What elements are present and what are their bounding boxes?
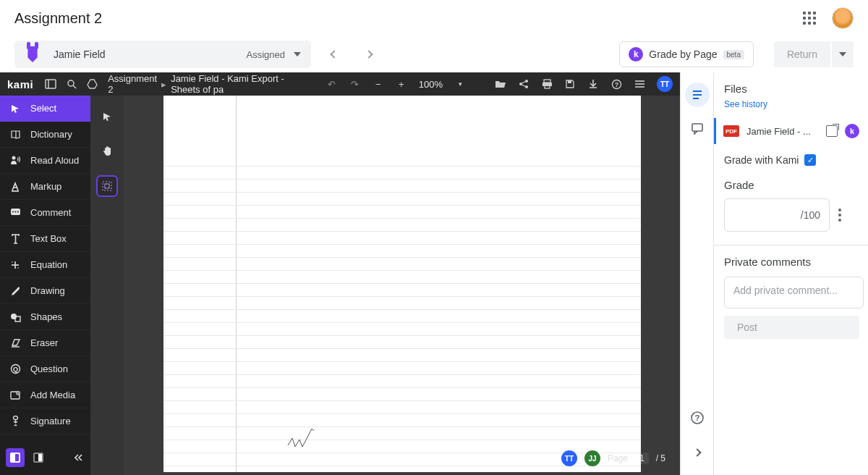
rail-help-button[interactable]: ? <box>685 405 710 430</box>
prev-student-button[interactable] <box>323 43 346 66</box>
user-avatar[interactable] <box>832 7 854 29</box>
svg-point-23 <box>17 211 19 213</box>
svg-point-6 <box>525 85 528 88</box>
tool-select[interactable]: Select <box>0 96 90 122</box>
redo-icon[interactable]: ↷ <box>349 78 361 90</box>
svg-point-37 <box>13 416 17 420</box>
collapse-sidebar-icon[interactable] <box>73 453 83 462</box>
presence-user-2[interactable]: JJ <box>584 450 600 466</box>
drive-icon[interactable] <box>87 78 98 90</box>
layout-right-toggle[interactable] <box>29 448 48 467</box>
grade-heading: Grade <box>724 179 864 191</box>
tool-shapes[interactable]: Shapes <box>0 304 90 330</box>
document-canvas[interactable]: TT JJ Page 1 / 5 <box>124 96 680 475</box>
tool-text-box-label: Text Box <box>30 233 67 244</box>
chevron-down-icon <box>294 52 301 56</box>
svg-point-5 <box>525 80 528 83</box>
rail-details-button[interactable] <box>685 83 710 107</box>
kami-k-icon: k <box>629 47 643 62</box>
download-icon[interactable] <box>587 78 599 90</box>
print-icon[interactable] <box>541 78 553 90</box>
svg-text:Q: Q <box>12 366 17 373</box>
save-icon[interactable] <box>564 78 576 90</box>
svg-point-18 <box>12 156 15 160</box>
share-icon[interactable] <box>518 78 529 90</box>
files-heading: Files <box>724 83 864 95</box>
find-icon[interactable] <box>67 78 77 90</box>
drawing-scribble <box>286 425 330 450</box>
breadcrumb-root[interactable]: Assignment 2 <box>108 73 157 95</box>
student-name: Jamie Field <box>54 49 106 60</box>
grade-menu-icon[interactable] <box>838 209 841 222</box>
tool-text-box[interactable]: Text Box <box>0 226 90 252</box>
tool-select-label: Select <box>30 103 56 114</box>
subtool-pointer[interactable] <box>96 106 118 127</box>
subtool-area-select[interactable] <box>96 175 118 197</box>
help-icon[interactable]: ? <box>610 78 622 90</box>
open-external-icon[interactable] <box>826 125 838 137</box>
zoom-level[interactable]: 100% <box>419 79 443 90</box>
tool-read-aloud[interactable]: Read Aloud <box>0 148 90 174</box>
tool-add-media[interactable]: Add Media <box>0 382 90 408</box>
svg-rect-0 <box>46 80 56 88</box>
subtool-hand[interactable] <box>96 140 118 162</box>
user-badge[interactable]: TT <box>657 76 673 92</box>
tool-signature-label: Signature <box>30 416 71 426</box>
menu-icon[interactable] <box>634 78 645 90</box>
tool-eraser[interactable]: Eraser <box>0 330 90 356</box>
assignment-status: Assigned <box>247 49 285 60</box>
tool-signature[interactable]: Signature <box>0 408 90 434</box>
tool-markup-label: Markup <box>30 181 61 192</box>
zoom-out-icon[interactable]: − <box>373 78 384 90</box>
pdf-icon: PDF <box>723 125 739 137</box>
student-selector[interactable]: Jamie Field Assigned <box>14 41 311 68</box>
grade-with-kami-checkbox[interactable]: ✓ <box>804 154 816 166</box>
tool-markup[interactable]: Markup <box>0 174 90 200</box>
tool-add-media-label: Add Media <box>30 390 75 400</box>
undo-icon[interactable]: ↶ <box>326 78 338 90</box>
zoom-dropdown-icon[interactable]: ▾ <box>454 78 466 90</box>
return-button[interactable]: Return <box>774 41 830 67</box>
svg-point-22 <box>14 211 16 213</box>
layout-left-toggle[interactable] <box>6 448 25 467</box>
rail-collapse-button[interactable] <box>685 440 710 465</box>
return-dropdown[interactable] <box>832 41 854 67</box>
page-label: Page <box>608 453 628 463</box>
grade-by-page-button[interactable]: k Grade by Page beta <box>619 41 754 67</box>
page-current[interactable]: 1 <box>635 453 649 464</box>
kami-file-icon[interactable]: k <box>845 124 859 138</box>
tool-comment-label: Comment <box>30 207 71 218</box>
next-student-button[interactable] <box>357 43 380 66</box>
svg-line-8 <box>522 85 526 87</box>
apps-icon[interactable] <box>803 12 816 25</box>
file-row[interactable]: PDF Jamie Field - ... k <box>714 118 864 144</box>
tool-drawing-label: Drawing <box>30 285 65 296</box>
presence-user-1[interactable]: TT <box>561 450 577 466</box>
panel-toggle-icon[interactable] <box>45 78 56 90</box>
tool-drawing[interactable]: Drawing <box>0 278 90 304</box>
grade-input[interactable]: /100 <box>724 198 830 232</box>
tool-equation[interactable]: Equation <box>0 252 90 278</box>
see-history-link[interactable]: See history <box>724 99 864 109</box>
grade-total: /100 <box>801 209 820 221</box>
beta-badge: beta <box>723 50 744 59</box>
file-name: Jamie Field - ... <box>746 126 819 137</box>
page-title: Assignment 2 <box>14 10 102 27</box>
svg-rect-38 <box>103 182 111 190</box>
svg-point-26 <box>12 261 13 263</box>
tool-shapes-label: Shapes <box>30 311 62 322</box>
tool-comment[interactable]: Comment <box>0 200 90 226</box>
rail-comments-button[interactable] <box>685 116 710 140</box>
open-folder-icon[interactable] <box>495 78 506 90</box>
svg-point-21 <box>12 211 14 213</box>
tool-read-aloud-label: Read Aloud <box>30 155 79 166</box>
tool-question[interactable]: QQuestion <box>0 356 90 382</box>
post-button[interactable]: Post <box>724 316 859 339</box>
svg-rect-39 <box>105 184 109 188</box>
zoom-in-icon[interactable]: + <box>396 78 407 90</box>
breadcrumb-file[interactable]: Jamie Field - Kami Export - Sheets of pa <box>171 73 316 95</box>
tool-question-label: Question <box>30 363 68 374</box>
comment-input[interactable]: Add private comment... <box>724 277 864 308</box>
kami-logo: kami <box>7 78 33 91</box>
tool-dictionary[interactable]: Dictionary <box>0 122 90 148</box>
